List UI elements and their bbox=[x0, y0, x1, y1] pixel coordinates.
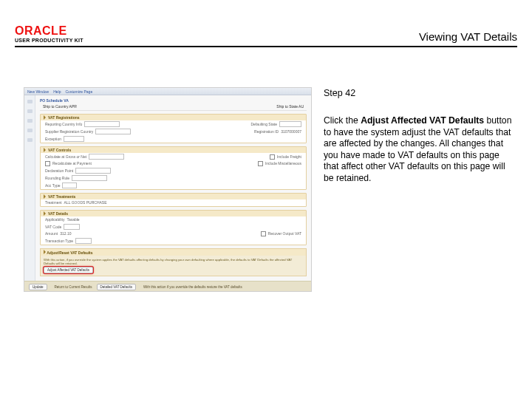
app-left-rail bbox=[24, 95, 35, 281]
checkbox-icon bbox=[270, 154, 275, 160]
chevron-right-icon bbox=[44, 194, 46, 199]
field-input bbox=[75, 168, 111, 174]
ship-to-country: Ship to Country APR bbox=[43, 104, 77, 109]
checkbox-icon bbox=[258, 161, 263, 166]
checkbox-icon bbox=[261, 231, 266, 236]
field-input bbox=[84, 121, 120, 127]
brand-logo-text: ORACLE bbox=[15, 25, 83, 38]
field-label: VAT Code bbox=[45, 225, 61, 230]
field-label: Supplier Registration Country bbox=[45, 129, 93, 134]
chevron-right-icon bbox=[44, 250, 46, 254]
field-label: Recover Output VAT bbox=[268, 231, 301, 236]
section-label: VAT Details bbox=[48, 211, 68, 216]
rail-icon bbox=[27, 109, 33, 113]
topbar-link: New Window bbox=[27, 89, 49, 94]
app-footer: Update Return to Current Results Detaile… bbox=[24, 281, 311, 292]
field-value: 312.10 bbox=[60, 231, 71, 236]
field-input bbox=[64, 136, 84, 142]
field-value: ALL GOODS PURCHASE bbox=[64, 200, 107, 205]
field-label: Defaulting State bbox=[250, 122, 277, 127]
section-label: Adjust/Reset VAT Defaults bbox=[47, 250, 92, 255]
field-label: Include Miscellaneous bbox=[265, 161, 301, 166]
field-label: Include Freight bbox=[277, 154, 301, 160]
field-label: Rounding Rule bbox=[45, 176, 69, 181]
brand-block: ORACLE USER PRODUCTIVITY KIT bbox=[15, 25, 83, 43]
instruction-bold: Adjust Affected VAT Defaults bbox=[361, 115, 484, 126]
field-label: Applicability bbox=[45, 217, 64, 222]
app-screenshot: New Window Help Customize Page PO Schedu… bbox=[24, 87, 312, 292]
field-input bbox=[279, 121, 301, 127]
page-title: Viewing VAT Details bbox=[419, 30, 517, 43]
footer-note: With this action if you override the def… bbox=[143, 285, 307, 289]
instruction-pre: Click the bbox=[324, 115, 361, 126]
field-label: Recalculate at Payment bbox=[52, 161, 92, 166]
chevron-right-icon bbox=[44, 148, 46, 152]
field-label: Calculate at Gross or Net bbox=[45, 154, 86, 160]
step-label: Step 42 bbox=[324, 87, 516, 99]
section-note: With this action, if you override the sy… bbox=[44, 258, 303, 265]
field-label: Reporting Country Info bbox=[45, 122, 82, 127]
instruction-text: Click the Adjust Affected VAT Defaults b… bbox=[324, 115, 516, 185]
rail-icon bbox=[27, 129, 33, 132]
section-vat-controls: VAT Controls Calculate at Gross or Net I… bbox=[40, 146, 307, 190]
field-input bbox=[64, 224, 80, 230]
adjust-affected-vat-defaults-button[interactable]: Adjust Affected VAT Defaults bbox=[44, 267, 93, 273]
rail-icon bbox=[27, 138, 33, 142]
field-input bbox=[62, 183, 77, 188]
section-label: VAT Registrations bbox=[48, 115, 80, 120]
ship-to-state: Ship to State AU bbox=[276, 104, 304, 109]
field-label: Acc Type bbox=[45, 183, 60, 188]
section-label: VAT Treatments bbox=[48, 194, 75, 199]
app-topbar: New Window Help Customize Page bbox=[24, 88, 311, 95]
footer-detailed-button: Detailed VAT Defaults bbox=[97, 284, 137, 290]
field-label: Registration ID bbox=[254, 129, 279, 134]
field-value: Taxable bbox=[66, 217, 79, 222]
topbar-link: Help bbox=[53, 89, 61, 94]
field-input bbox=[75, 238, 92, 244]
footer-link: Return to Current Results bbox=[55, 285, 92, 289]
field-input bbox=[95, 129, 131, 134]
brand-sub-text: USER PRODUCTIVITY KIT bbox=[15, 38, 83, 43]
rail-icon bbox=[27, 100, 33, 103]
field-label: Transaction Type bbox=[45, 239, 73, 244]
field-label: Amount bbox=[45, 231, 58, 236]
field-label: Treatment bbox=[45, 200, 62, 205]
topbar-link: Customize Page bbox=[65, 89, 92, 94]
field-value: 3107000007 bbox=[281, 129, 301, 134]
field-label: Declaration Point bbox=[45, 168, 73, 174]
section-vat-treatments: VAT Treatments TreatmentALL GOODS PURCHA… bbox=[40, 193, 307, 207]
app-main: PO Schedule VA Ship to Country APR Ship … bbox=[35, 95, 311, 281]
section-vat-details: VAT Details ApplicabilityTaxable VAT Cod… bbox=[40, 210, 307, 245]
rail-icon bbox=[27, 119, 33, 123]
chevron-right-icon bbox=[44, 115, 46, 120]
header: ORACLE USER PRODUCTIVITY KIT Viewing VAT… bbox=[15, 13, 517, 47]
field-input bbox=[89, 154, 124, 160]
field-label: Exception bbox=[45, 137, 61, 142]
chevron-right-icon bbox=[44, 211, 46, 216]
footer-update-button: Update bbox=[29, 284, 47, 290]
section-label: VAT Controls bbox=[48, 148, 71, 152]
checkbox-icon bbox=[45, 161, 50, 166]
instructions-panel: Step 42 Click the Adjust Affected VAT De… bbox=[324, 87, 516, 185]
field-input bbox=[72, 175, 107, 181]
section-adjust-reset: Adjust/Reset VAT Defaults With this acti… bbox=[40, 248, 307, 276]
section-vat-registrations: VAT Registrations Reporting Country Info… bbox=[40, 114, 307, 143]
